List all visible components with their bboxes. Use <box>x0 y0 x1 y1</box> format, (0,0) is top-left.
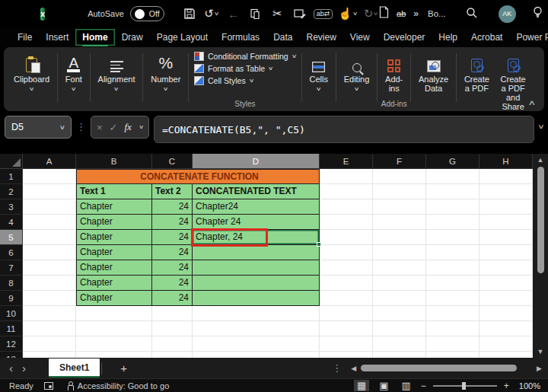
row-header-5[interactable]: 5 <box>0 230 23 245</box>
cell-E9[interactable] <box>320 291 373 306</box>
back-button[interactable]: ← <box>225 5 242 23</box>
formula-input[interactable]: =CONCATENATE(B5,", ",C5) <box>154 116 534 143</box>
horizontal-scrollbar[interactable]: ⋮ ◀ ▶ <box>332 362 548 374</box>
row-header-11[interactable]: 11 <box>0 321 23 336</box>
cell-C6[interactable]: 24 <box>152 245 193 260</box>
zoom-in-button[interactable]: + <box>504 381 509 391</box>
cell-B4[interactable]: Chapter <box>76 215 152 230</box>
col-header-G[interactable]: G <box>426 154 480 169</box>
scroll-up-button[interactable]: ▲ <box>537 154 544 166</box>
cell-C2[interactable]: Text 2 <box>152 184 193 199</box>
tab-formulas[interactable]: Formulas <box>215 29 266 46</box>
format-as-table-button[interactable]: Format as Table∨ <box>191 62 276 75</box>
cell-A10[interactable] <box>23 306 76 321</box>
cell-F6[interactable] <box>373 245 426 260</box>
cell-D13[interactable] <box>193 352 320 358</box>
cell-F9[interactable] <box>373 291 426 306</box>
tab-home[interactable]: Home <box>75 29 114 46</box>
row-header-13[interactable]: 13 <box>0 352 23 358</box>
col-header-A[interactable]: A <box>23 154 76 169</box>
cell-A8[interactable] <box>23 276 76 291</box>
cell-A9[interactable] <box>23 291 76 306</box>
cell-A13[interactable] <box>23 352 76 358</box>
cell-C12[interactable] <box>152 336 193 352</box>
cancel-entry-button[interactable]: × <box>97 122 103 133</box>
cell-B9[interactable]: Chapter <box>76 291 152 306</box>
tab-draw[interactable]: Draw <box>115 29 150 46</box>
copy-button[interactable] <box>247 5 264 23</box>
tab-file[interactable]: File <box>11 29 39 46</box>
cell-G10[interactable] <box>426 306 480 321</box>
cell-F10[interactable] <box>373 306 426 321</box>
cell-B11[interactable] <box>76 321 152 336</box>
cell-B1[interactable]: CONCATENATE FUNCTION <box>76 169 320 184</box>
cell-G2[interactable] <box>426 184 480 199</box>
normal-view-button[interactable]: ▦ <box>354 380 369 391</box>
cell-F2[interactable] <box>373 184 426 199</box>
insert-function-button[interactable]: fx <box>125 121 132 133</box>
horizontal-scroll-thumb[interactable] <box>361 365 517 371</box>
cell-A12[interactable] <box>23 336 76 352</box>
zoom-slider[interactable] <box>433 385 497 387</box>
avatar[interactable]: AK <box>499 5 516 23</box>
tips-button[interactable] <box>533 6 543 21</box>
cell-H10[interactable] <box>480 306 533 321</box>
cell-G1[interactable] <box>426 169 480 184</box>
cell-E11[interactable] <box>320 321 373 336</box>
autosave-toggle[interactable]: Off <box>130 6 164 21</box>
splitter-dots-icon[interactable]: ⋮ <box>332 362 342 374</box>
col-header-E[interactable]: E <box>320 154 373 169</box>
cell-F1[interactable] <box>373 169 426 184</box>
tab-developer[interactable]: Developer <box>377 29 432 46</box>
cells-button[interactable]: Cells∨ <box>304 50 333 92</box>
cell-B6[interactable]: Chapter <box>76 245 152 260</box>
tab-acrobat[interactable]: Acrobat <box>464 29 509 46</box>
vertical-scrollbar[interactable]: ▲ ▼ <box>533 154 548 358</box>
undo-button[interactable]: ↺∨ <box>203 5 220 23</box>
redo-button[interactable]: ↻∨ <box>362 5 379 23</box>
cell-F12[interactable] <box>373 336 426 352</box>
tab-review[interactable]: Review <box>299 29 342 46</box>
prev-sheet-button[interactable]: ‹ <box>0 362 22 374</box>
cell-E13[interactable] <box>320 352 373 358</box>
accessibility-status[interactable]: Accessibility: Good to go <box>78 381 169 390</box>
scroll-right-button[interactable]: ▶ <box>537 365 542 372</box>
cell-H13[interactable] <box>480 352 533 358</box>
cell-D7[interactable] <box>193 260 320 276</box>
cell-H2[interactable] <box>480 184 533 199</box>
name-box[interactable]: D5 ∨ <box>5 116 72 139</box>
clipboard-button[interactable]: Clipboard∨ <box>8 50 55 92</box>
fill-handle[interactable] <box>317 242 321 247</box>
editing-button[interactable]: Editing∨ <box>339 50 375 92</box>
col-header-B[interactable]: B <box>76 154 152 169</box>
cell-B7[interactable]: Chapter <box>76 260 152 276</box>
cell-A11[interactable] <box>23 321 76 336</box>
cell-E1[interactable] <box>320 169 373 184</box>
row-header-2[interactable]: 2 <box>0 184 23 199</box>
touch-mode-button[interactable]: ☝∨ <box>338 5 357 23</box>
cell-F7[interactable] <box>373 260 426 276</box>
row-header-1[interactable]: 1 <box>0 169 23 184</box>
spelling-button[interactable]: ab <box>397 9 406 18</box>
row-header-10[interactable]: 10 <box>0 306 23 321</box>
cell-styles-button[interactable]: Cell Styles∨ <box>191 75 256 87</box>
cell-C11[interactable] <box>152 321 193 336</box>
tab-help[interactable]: Help <box>432 29 464 46</box>
cell-F3[interactable] <box>373 199 426 215</box>
cell-D3[interactable]: Chapter24 <box>193 199 320 215</box>
cell-H1[interactable] <box>480 169 533 184</box>
cell-G7[interactable] <box>426 260 480 276</box>
save-button[interactable] <box>181 5 198 23</box>
cell-H7[interactable] <box>480 260 533 276</box>
cell-H6[interactable] <box>480 245 533 260</box>
more-commands-button[interactable]: » <box>413 8 419 19</box>
cell-H5[interactable] <box>480 230 533 245</box>
addins-button[interactable]: Add-ins <box>380 50 408 93</box>
cell-A2[interactable] <box>23 184 76 199</box>
cell-H11[interactable] <box>480 321 533 336</box>
col-header-F[interactable]: F <box>373 154 426 169</box>
cell-A5[interactable] <box>23 230 76 245</box>
cell-D9[interactable] <box>193 291 320 306</box>
next-sheet-button[interactable]: › <box>22 362 35 374</box>
row-header-6[interactable]: 6 <box>0 245 23 260</box>
